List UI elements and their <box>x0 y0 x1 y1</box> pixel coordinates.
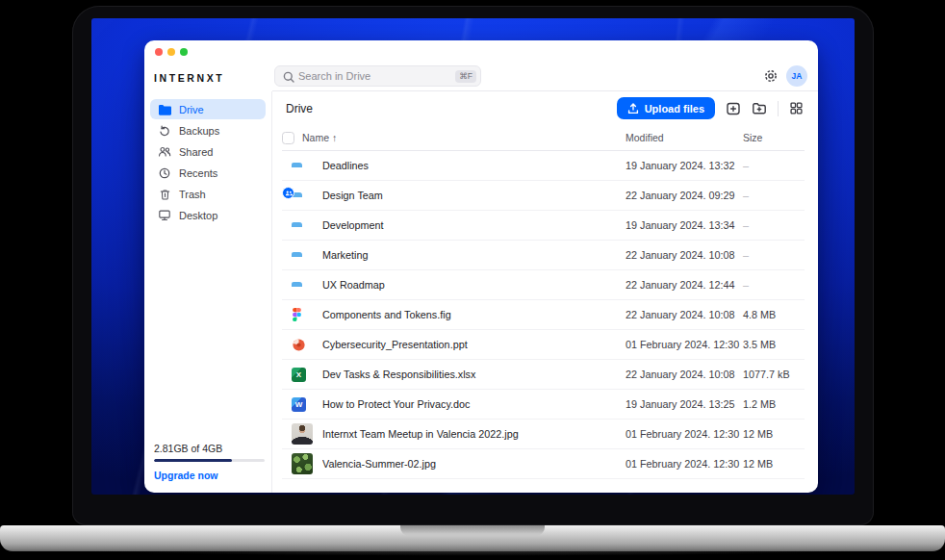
file-modified: 22 January 2024. 12:44 <box>626 279 743 291</box>
column-header-size[interactable]: Size <box>743 132 805 143</box>
file-name: Development <box>322 219 626 231</box>
sidebar-item-label: Backups <box>179 125 219 137</box>
table-row[interactable]: Valencia-Summer-02.jpg 01 February 2024.… <box>282 449 805 479</box>
desktop-wallpaper: INTERNXT ⌘F JA <box>91 18 855 495</box>
laptop-base-notch <box>400 525 545 536</box>
settings-button[interactable] <box>762 67 779 85</box>
file-modified: 22 January 2024. 09:29 <box>626 190 743 201</box>
internxt-drive-window: INTERNXT ⌘F JA <box>144 40 818 493</box>
storage-progress-fill <box>154 459 232 462</box>
gear-icon <box>763 68 779 84</box>
grid-view-button[interactable] <box>789 101 804 115</box>
plus-square-icon <box>726 101 741 116</box>
new-item-button[interactable] <box>726 101 741 116</box>
laptop-base <box>0 525 945 551</box>
file-modified: 22 January 2024. 10:08 <box>626 369 743 380</box>
upgrade-now-link[interactable]: Upgrade now <box>154 470 265 481</box>
file-size: 1.2 MB <box>743 398 805 410</box>
file-modified: 19 January 2024. 13:32 <box>626 160 743 171</box>
toolbar-actions: Upload files <box>617 97 804 119</box>
upload-icon <box>627 103 639 115</box>
upload-files-button[interactable]: Upload files <box>617 97 715 119</box>
file-name: Components and Tokens.fig <box>322 309 626 320</box>
file-name: Valencia-Summer-02.jpg <box>322 458 626 470</box>
close-window-button[interactable] <box>155 48 163 56</box>
window-topbar: ⌘F JA <box>272 40 818 91</box>
table-row[interactable]: Internxt Team Meetup in Valencia 2022.jp… <box>282 420 805 449</box>
column-header-name[interactable]: Name ↑ <box>302 132 626 143</box>
folder-icon <box>158 104 171 115</box>
select-all-checkbox[interactable] <box>282 132 294 144</box>
file-size: 4.8 MB <box>743 309 805 320</box>
zoom-window-button[interactable] <box>180 48 188 56</box>
search-shortcut-badge: ⌘F <box>455 70 476 83</box>
people-icon <box>158 145 171 158</box>
file-modified: 19 January 2024. 13:34 <box>626 219 743 231</box>
search-input[interactable] <box>275 70 420 82</box>
file-size: – <box>743 190 805 201</box>
table-row[interactable]: UX Roadmap 22 January 2024. 12:44 – <box>282 270 805 300</box>
toolbar-divider <box>778 101 779 116</box>
file-size: 3.5 MB <box>743 339 805 350</box>
internxt-logo: INTERNXT <box>154 72 224 84</box>
sidebar-item-shared[interactable]: Shared <box>150 141 266 162</box>
sidebar-item-label: Desktop <box>179 210 217 221</box>
upload-files-label: Upload files <box>645 103 704 115</box>
sidebar-item-label: Recents <box>179 167 217 179</box>
table-row[interactable]: Development 19 January 2024. 13:34 – <box>282 211 805 241</box>
file-name: Marketing <box>322 249 626 261</box>
file-name: Deadlines <box>322 160 626 171</box>
file-size: 12 MB <box>743 458 805 470</box>
clock-icon <box>158 166 171 180</box>
file-size: – <box>743 219 805 231</box>
sort-arrow-icon: ↑ <box>332 132 337 143</box>
file-name: Cybersecurity_Presentation.ppt <box>322 339 626 350</box>
laptop-shadow <box>38 549 907 558</box>
sidebar-item-backups[interactable]: Backups <box>150 120 266 140</box>
file-name: How to Protect Your Privacy.doc <box>322 398 626 410</box>
sidebar-item-label: Drive <box>179 104 204 115</box>
grid-view-icon <box>789 101 804 115</box>
table-row[interactable]: Components and Tokens.fig 22 January 202… <box>282 300 805 330</box>
table-row[interactable]: Deadlines 19 January 2024. 13:32 – <box>282 151 805 181</box>
window-header-left: INTERNXT <box>144 40 272 91</box>
create-folder-button[interactable] <box>752 101 767 116</box>
file-modified: 22 January 2024. 10:08 <box>626 249 743 261</box>
table-row[interactable]: W How to Protect Your Privacy.doc 19 Jan… <box>282 390 805 420</box>
table-row[interactable]: X Dev Tasks & Responsibilities.xlsx 22 J… <box>282 360 805 390</box>
file-size: – <box>743 160 805 171</box>
sidebar-item-recents[interactable]: Recents <box>150 163 266 183</box>
main-toolbar: Drive Upload files <box>272 91 818 125</box>
sidebar-item-drive[interactable]: Drive <box>150 99 266 119</box>
search-bar[interactable]: ⌘F <box>274 65 481 87</box>
file-size: – <box>743 279 805 291</box>
storage-progress-bar <box>154 459 265 462</box>
file-modified: 19 January 2024. 13:25 <box>626 398 743 410</box>
file-name: Design Team <box>322 190 626 201</box>
table-header: Name ↑ Modified Size <box>282 125 805 151</box>
minimize-window-button[interactable] <box>167 48 175 56</box>
column-header-modified[interactable]: Modified <box>626 132 743 143</box>
shared-badge-icon <box>282 187 294 199</box>
file-modified: 01 February 2024. 12:30 <box>626 458 743 470</box>
powerpoint-file-icon <box>292 338 306 352</box>
table-row[interactable]: Cybersecurity_Presentation.ppt 01 Februa… <box>282 330 805 360</box>
avatar[interactable]: JA <box>786 65 807 87</box>
main-content: Drive Upload files <box>272 91 818 493</box>
storage-widget: 2.81GB of 4GB Upgrade now <box>154 443 265 481</box>
table-row[interactable]: Design Team 22 January 2024. 09:29 – <box>282 181 805 211</box>
sidebar-nav: Drive Backups Shared <box>144 91 271 225</box>
file-name: UX Roadmap <box>322 279 626 291</box>
sidebar-item-trash[interactable]: Trash <box>150 184 266 204</box>
laptop-screen-bezel: INTERNXT ⌘F JA <box>72 6 874 525</box>
table-row[interactable]: Marketing 22 January 2024. 10:08 – <box>282 241 805 270</box>
file-modified: 22 January 2024. 10:08 <box>626 309 743 320</box>
window-controls <box>155 48 188 56</box>
sidebar: Drive Backups Shared <box>144 91 272 493</box>
word-file-icon: W <box>292 397 306 412</box>
trash-icon <box>158 188 171 201</box>
breadcrumb: Drive <box>286 102 313 115</box>
topbar-right: JA <box>762 65 807 87</box>
sidebar-item-desktop[interactable]: Desktop <box>150 205 266 225</box>
file-size: 1077.7 kB <box>743 369 805 380</box>
